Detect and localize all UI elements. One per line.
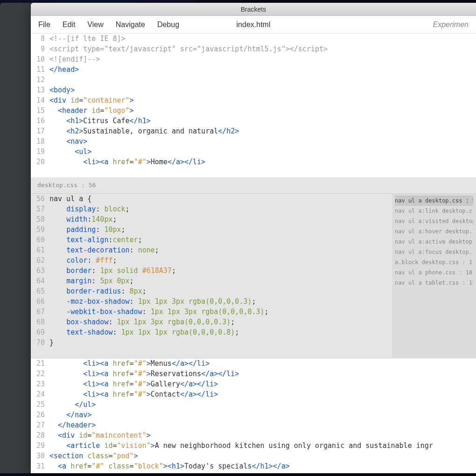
menu-edit[interactable]: Edit	[63, 21, 76, 29]
window-titlebar[interactable]: Brackets	[31, 3, 476, 16]
html-code-before[interactable]: 891011121314151617181920 <!--[if lte IE …	[31, 34, 476, 177]
css-rule-item[interactable]: nav ul a:link desktop.c	[395, 206, 473, 216]
css-rule-item[interactable]: nav ul a desktop.css : 5	[395, 196, 473, 206]
menu-view[interactable]: View	[87, 21, 103, 29]
css-rule-item[interactable]: nav ul a:focus desktop.	[395, 247, 473, 257]
menu-navigate[interactable]: Navigate	[116, 21, 145, 29]
css-rule-item[interactable]: nav ul a tablet.css : 15	[395, 278, 473, 288]
menubar: File Edit View Navigate Debug index.html…	[31, 16, 476, 34]
css-rule-item[interactable]: a.block desktop.css : 1	[395, 257, 473, 267]
inline-editor-header[interactable]: desktop.css : 56	[31, 177, 476, 193]
menu-debug[interactable]: Debug	[157, 21, 179, 29]
window-title: Brackets	[241, 6, 266, 13]
html-code-after[interactable]: 21222324252627282930313233 <li><a href="…	[31, 358, 476, 473]
current-filename: index.html	[237, 21, 271, 29]
css-rule-item[interactable]: nav ul a phone.css : 18	[395, 267, 473, 278]
menu-file[interactable]: File	[38, 21, 50, 29]
app-window: Brackets File Edit View Navigate Debug i…	[31, 3, 476, 473]
css-rule-item[interactable]: nav ul a:active desktop	[395, 237, 473, 247]
code-editor[interactable]: 891011121314151617181920 <!--[if lte IE …	[31, 34, 476, 473]
css-rule-item[interactable]: nav ul a:hover desktop.	[395, 226, 473, 237]
inline-editor-panel: desktop.css : 56 56575859606162636465666…	[31, 177, 476, 358]
css-rule-item[interactable]: nav ul a:visited desktop	[395, 216, 473, 226]
experimental-label: Experimen	[433, 21, 469, 29]
css-rules-list: nav ul a desktop.css : 5nav ul a:link de…	[392, 194, 476, 358]
